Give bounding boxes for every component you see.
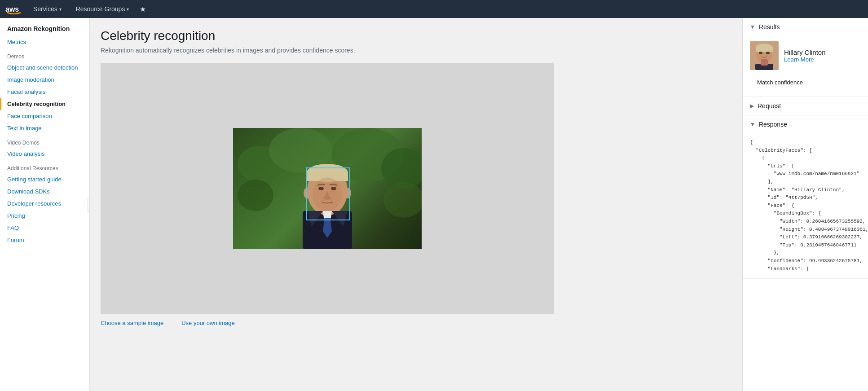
response-label: Response [759,121,787,128]
celebrity-name: Hillary Clinton [784,48,826,56]
services-label: Services [33,5,57,13]
celebrity-info: Hillary Clinton Learn More [784,48,826,63]
sidebar-item-object-scene[interactable]: Object and scene detection [0,62,89,74]
request-header[interactable]: ▶ Request [743,97,868,115]
resource-groups-chevron-icon: ▾ [127,7,129,12]
response-chevron-icon: ▼ [750,121,755,127]
use-own-image-link[interactable]: Use your own image [181,320,235,326]
match-confidence-label: Match confidence [750,75,861,91]
bottom-labels: Choose a sample image Use your own image [101,320,731,326]
sidebar: Amazon Rekognition Metrics Demos Object … [0,18,90,391]
choose-sample-image-link[interactable]: Choose a sample image [101,320,163,326]
results-header[interactable]: ▼ Results [743,18,868,36]
results-chevron-icon: ▼ [750,24,755,30]
sidebar-item-facial-analysis[interactable]: Facial analysis [0,86,89,98]
services-menu-button[interactable]: Services ▾ [30,0,65,18]
svg-text:aws: aws [5,5,19,13]
svg-point-29 [766,52,770,54]
svg-rect-27 [761,59,768,66]
sidebar-item-faq[interactable]: FAQ [0,222,89,234]
results-label: Results [759,23,780,31]
sidebar-item-metrics[interactable]: Metrics [0,36,89,48]
svg-rect-25 [756,48,773,52]
sidebar-item-developer-resources[interactable]: Developer resources [0,198,89,210]
sidebar-item-image-moderation[interactable]: Image moderation [0,74,89,86]
face-detection-box [306,167,350,220]
sidebar-item-face-comparison[interactable]: Face comparison [0,110,89,122]
right-panel: ▼ Results [742,18,868,391]
aws-logo: aws [5,4,22,14]
sidebar-item-pricing[interactable]: Pricing [0,210,89,222]
services-chevron-icon: ▾ [59,7,62,12]
sidebar-section-demos: Demos [0,48,89,62]
sidebar-item-forum[interactable]: Forum [0,234,89,246]
sidebar-item-download-sdks[interactable]: Download SDKs [0,185,89,198]
celebrity-photo [750,41,779,70]
sidebar-item-getting-started[interactable]: Getting started guide [0,173,89,185]
sidebar-title: Amazon Rekognition [0,18,89,36]
image-demo-area [101,63,554,314]
demo-image-container [233,128,422,249]
resource-groups-label: Resource Groups [76,5,125,13]
page-title: Celebrity recognition [101,29,731,43]
top-navigation: aws Services ▾ Resource Groups ▾ ★ [0,0,868,18]
response-header[interactable]: ▼ Response [743,115,868,133]
sidebar-section-video: Video Demos [0,134,89,148]
request-section: ▶ Request [743,97,868,115]
bookmarks-star-icon[interactable]: ★ [140,5,146,13]
sidebar-collapse-button[interactable]: ◀ [88,198,90,212]
aws-logo-svg: aws [5,4,22,14]
sidebar-item-celebrity[interactable]: Celebrity recognition [0,98,89,110]
sidebar-item-text-in-image[interactable]: Text in image [0,122,89,134]
celebrity-learn-more-link[interactable]: Learn More [784,56,826,63]
results-section: ▼ Results [743,18,868,97]
response-section: ▼ Response { "CelebrityFaces": [ { "Urls… [743,115,868,279]
main-content: Celebrity recognition Rekognition automa… [90,18,742,391]
response-json: { "CelebrityFaces": [ { "Urls": [ "www.i… [743,133,868,278]
sidebar-item-video-analysis[interactable]: Video analysis [0,148,89,160]
sidebar-section-additional: Additional Resources [0,160,89,173]
request-chevron-icon: ▶ [750,103,754,109]
svg-point-28 [759,52,762,54]
request-label: Request [758,102,781,110]
content-area: Celebrity recognition Rekognition automa… [90,18,868,391]
results-content: Hillary Clinton Learn More Match confide… [743,36,868,97]
demo-image [233,128,422,249]
resource-groups-button[interactable]: Resource Groups ▾ [72,0,133,18]
page-subtitle: Rekognition automatically recognizes cel… [101,47,731,54]
main-layout: Amazon Rekognition Metrics Demos Object … [0,18,868,391]
celebrity-photo-svg [750,41,779,70]
celebrity-result: Hillary Clinton Learn More [750,41,861,70]
